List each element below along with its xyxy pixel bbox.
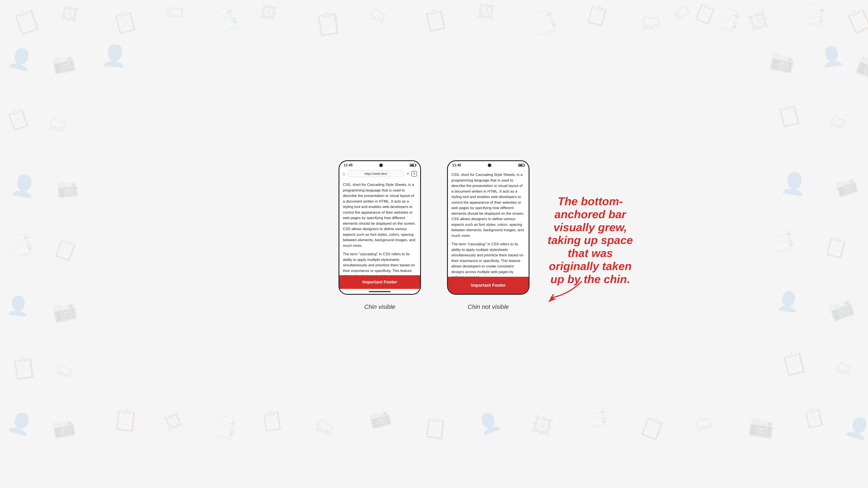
left-content-p2: The term "cascading" in CSS refers to it… bbox=[343, 251, 416, 275]
right-phone: 11:45 CSS, short for Cascading Style She… bbox=[447, 160, 529, 295]
annotation-line5: that was bbox=[568, 247, 613, 259]
left-phone-time: 11:45 bbox=[344, 163, 352, 167]
annotation-line1: The bottom- bbox=[558, 195, 623, 207]
right-phone-battery bbox=[518, 164, 524, 167]
battery-fill bbox=[410, 165, 414, 166]
annotation-text: The bottom- anchored bar visually grew, … bbox=[538, 195, 642, 286]
right-content-p2: The term "cascading" in CSS refers to it… bbox=[452, 241, 525, 277]
right-battery-body bbox=[518, 164, 524, 167]
right-battery-fill bbox=[519, 165, 523, 166]
left-phone-wrapper: 11:45 ⌂ https://web.dev/ + 5 bbox=[339, 160, 421, 311]
left-phone: 11:45 ⌂ https://web.dev/ + 5 bbox=[339, 160, 421, 295]
left-phone-address-bar[interactable]: ⌂ https://web.dev/ + 5 bbox=[339, 168, 420, 179]
chin-bar bbox=[369, 291, 391, 292]
right-phone-caption: Chin not visible bbox=[468, 303, 509, 311]
arrow-svg bbox=[525, 277, 590, 303]
annotation-line3: visually grew, bbox=[553, 221, 627, 234]
tabs-badge[interactable]: 5 bbox=[411, 171, 417, 176]
left-phone-battery bbox=[410, 164, 416, 167]
add-tab-button[interactable]: + bbox=[406, 171, 409, 176]
right-phone-wrapper: 11:45 CSS, short for Cascading Style She… bbox=[447, 160, 529, 311]
left-phone-footer: Important Footer bbox=[339, 275, 420, 289]
annotation-line6: originally taken bbox=[549, 260, 631, 272]
url-input[interactable]: https://web.dev/ bbox=[347, 170, 404, 177]
left-phone-chin bbox=[339, 289, 420, 294]
left-phone-content: CSS, short for Cascading Style Sheets, i… bbox=[339, 179, 420, 275]
right-phone-footer: Important Footer bbox=[448, 277, 529, 294]
right-phone-status-bar: 11:45 bbox=[448, 161, 529, 168]
left-content-p1: CSS, short for Cascading Style Sheets, i… bbox=[343, 182, 416, 248]
home-icon[interactable]: ⌂ bbox=[342, 171, 345, 176]
right-phone-time: 11:45 bbox=[452, 163, 461, 167]
annotation-arrow bbox=[525, 277, 590, 303]
left-phone-caption: Chin visible bbox=[364, 303, 395, 311]
main-content: 11:45 ⌂ https://web.dev/ + 5 bbox=[0, 0, 868, 488]
left-phone-camera bbox=[379, 164, 383, 167]
annotation-line4: taking up space bbox=[548, 234, 633, 247]
battery-body bbox=[410, 164, 416, 167]
left-phone-status-bar: 11:45 bbox=[339, 161, 420, 168]
right-content-p1: CSS, short for Cascading Style Sheets, i… bbox=[452, 172, 525, 238]
annotation: The bottom- anchored bar visually grew, … bbox=[538, 195, 642, 286]
right-phone-camera bbox=[488, 164, 491, 167]
right-phone-content: CSS, short for Cascading Style Sheets, i… bbox=[448, 168, 529, 277]
phones-container: 11:45 ⌂ https://web.dev/ + 5 bbox=[339, 160, 529, 311]
annotation-line2: anchored bar bbox=[554, 208, 626, 221]
